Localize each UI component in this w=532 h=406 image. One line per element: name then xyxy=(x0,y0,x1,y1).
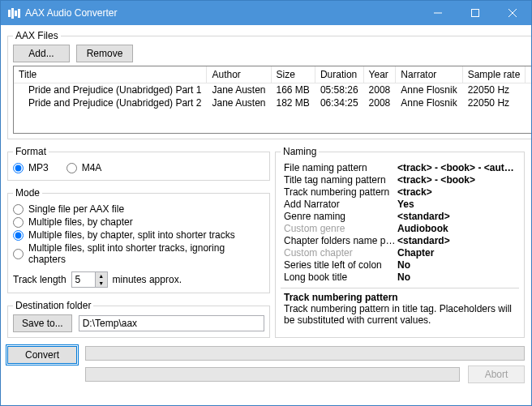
minimize-button[interactable] xyxy=(419,1,457,25)
cell-narrator: Anne Flosnik xyxy=(396,83,462,96)
naming-value[interactable]: Yes xyxy=(397,199,516,210)
format-legend: Format xyxy=(13,146,49,157)
format-mp3-radio[interactable] xyxy=(13,163,24,173)
track-length-label: Track length xyxy=(13,274,66,285)
table-row[interactable]: Pride and Prejudice (Unabridged) Part 2J… xyxy=(14,96,532,109)
naming-value[interactable]: <track> xyxy=(397,186,516,198)
naming-legend: Naming xyxy=(281,146,319,157)
format-group: Format MP3 M4A xyxy=(7,146,270,181)
naming-description: Track numbering pattern Track numbering … xyxy=(281,288,519,326)
naming-value[interactable]: <standard> xyxy=(397,235,516,246)
naming-key[interactable]: Custom genre xyxy=(284,223,397,234)
naming-key[interactable]: Long book title xyxy=(284,271,397,283)
mode-opt1[interactable]: Single file per AAX file xyxy=(13,203,264,215)
cell-size: 166 MB xyxy=(271,83,315,96)
naming-key[interactable]: Custom chapter xyxy=(284,247,397,259)
cell-bitRate: 64 kb/s xyxy=(526,83,532,96)
col-year[interactable]: Year xyxy=(363,66,396,83)
col-samplerate[interactable]: Sample rate xyxy=(462,66,526,83)
naming-group: Naming File naming pattern<track> - <boo… xyxy=(275,146,525,338)
progress-bar-2 xyxy=(85,367,460,382)
cell-title: Pride and Prejudice (Unabridged) Part 2 xyxy=(14,96,207,109)
naming-value[interactable]: No xyxy=(397,259,516,271)
format-m4a-option[interactable]: M4A xyxy=(66,162,102,173)
naming-value[interactable]: No xyxy=(397,271,516,283)
convert-button[interactable]: Convert xyxy=(7,346,77,364)
format-m4a-radio[interactable] xyxy=(66,163,77,173)
mode-legend: Mode xyxy=(13,187,42,199)
mode-opt2[interactable]: Multiple files, by chapter xyxy=(13,216,264,228)
naming-value[interactable]: <track> - <book> - <author> xyxy=(397,162,516,173)
naming-key[interactable]: Series title left of colon xyxy=(284,259,397,271)
mode-opt3[interactable]: Multiple files, by chapter, split into s… xyxy=(13,229,264,241)
col-narrator[interactable]: Narrator xyxy=(396,66,462,83)
cell-narrator: Anne Flosnik xyxy=(396,96,462,109)
cell-duration: 06:34:25 xyxy=(315,96,363,109)
cell-title: Pride and Prejudice (Unabridged) Part 1 xyxy=(14,83,207,96)
title-bar: AAX Audio Converter xyxy=(1,1,531,25)
cell-year: 2008 xyxy=(363,83,396,96)
cell-author: Jane Austen xyxy=(207,96,271,109)
close-button[interactable] xyxy=(494,1,531,25)
naming-key[interactable]: Track numbering pattern xyxy=(284,186,397,198)
spin-down-icon[interactable]: ▼ xyxy=(95,280,107,287)
naming-desc-body: Track numbering pattern in title tag. Pl… xyxy=(284,303,516,326)
cell-author: Jane Austen xyxy=(207,83,271,96)
col-author[interactable]: Author xyxy=(207,66,271,83)
naming-key[interactable]: Chapter folders name prefi xyxy=(284,235,397,246)
mode-group: Mode Single file per AAX file Multiple f… xyxy=(7,187,270,293)
naming-property-grid[interactable]: File naming pattern<track> - <book> - <a… xyxy=(281,160,519,284)
svg-rect-1 xyxy=(472,10,479,17)
bottom-bar: Convert Abort xyxy=(7,346,525,383)
naming-value[interactable]: <track> - <book> xyxy=(397,174,516,186)
col-size[interactable]: Size xyxy=(271,66,315,83)
naming-desc-title: Track numbering pattern xyxy=(284,292,516,303)
naming-value[interactable]: Chapter xyxy=(397,247,516,259)
col-title[interactable]: Title xyxy=(14,66,207,83)
naming-key[interactable]: Title tag naming pattern xyxy=(284,174,397,186)
naming-value[interactable]: <standard> xyxy=(397,211,516,222)
table-row[interactable]: Pride and Prejudice (Unabridged) Part 1J… xyxy=(14,83,532,96)
aax-files-legend: AAX Files xyxy=(13,30,61,41)
format-mp3-option[interactable]: MP3 xyxy=(13,162,49,173)
add-button[interactable]: Add... xyxy=(13,45,70,62)
track-length-input[interactable] xyxy=(72,272,95,287)
destination-path-input[interactable] xyxy=(79,315,264,331)
abort-button[interactable]: Abort xyxy=(468,365,525,383)
cell-bitRate: 64 kb/s xyxy=(526,96,532,109)
cell-sampleRate: 22050 Hz xyxy=(462,83,526,96)
naming-key[interactable]: Genre naming xyxy=(284,211,397,222)
maximize-button[interactable] xyxy=(457,1,494,25)
aax-files-table[interactable]: Title Author Size Duration Year Narrator… xyxy=(13,66,532,134)
naming-key[interactable]: File naming pattern xyxy=(284,162,397,173)
track-length-suffix: minutes approx. xyxy=(113,274,182,285)
cell-year: 2008 xyxy=(363,96,396,109)
remove-button[interactable]: Remove xyxy=(76,45,133,62)
mode-opt4[interactable]: Multiple files, split into shorter track… xyxy=(13,242,264,265)
col-bitrate[interactable]: Bit rate xyxy=(526,66,532,83)
naming-key[interactable]: Add Narrator xyxy=(284,199,397,210)
destination-group: Destination folder Save to... xyxy=(7,300,270,338)
cell-duration: 05:58:26 xyxy=(315,83,363,96)
naming-value[interactable]: Audiobook xyxy=(397,223,516,234)
destination-legend: Destination folder xyxy=(13,300,93,311)
col-duration[interactable]: Duration xyxy=(315,66,363,83)
track-length-spinner[interactable]: ▲▼ xyxy=(71,271,108,288)
table-header-row: Title Author Size Duration Year Narrator… xyxy=(14,66,532,83)
aax-files-group: AAX Files Add... Remove Title Author Siz… xyxy=(7,30,532,139)
spin-up-icon[interactable]: ▲ xyxy=(95,272,107,280)
save-to-button[interactable]: Save to... xyxy=(13,314,72,332)
cell-sampleRate: 22050 Hz xyxy=(462,96,526,109)
cell-size: 182 MB xyxy=(271,96,315,109)
window-title: AAX Audio Converter xyxy=(25,7,419,19)
app-icon xyxy=(7,6,20,19)
progress-bar-1 xyxy=(85,346,525,361)
